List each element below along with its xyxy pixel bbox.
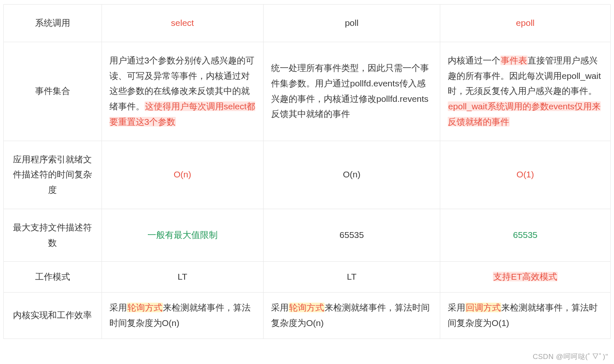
table-header-row: 系统调用 select poll epoll	[4, 5, 611, 42]
cell-epoll: 支持ET高效模式	[440, 262, 611, 293]
text: 内核通过一个	[448, 56, 500, 65]
table-wrapper: 系统调用 select poll epoll 事件集合 用户通过3个参数分别传入…	[0, 0, 614, 339]
highlight: epoll_wait系统调用的参数events仅用来反馈就绪的事件	[448, 101, 601, 126]
text: 采用	[271, 303, 289, 312]
cell-epoll: 65535	[440, 209, 611, 262]
cell-select: O(n)	[101, 141, 263, 209]
cell-select: 一般有最大值限制	[101, 209, 263, 262]
cell-epoll: 内核通过一个事件表直接管理用户感兴趣的所有事件。因此每次调用epoll_wait…	[440, 42, 611, 141]
highlight: 轮询方式	[127, 303, 163, 312]
cell-epoll: O(1)	[440, 141, 611, 209]
cell-poll: 统一处理所有事件类型，因此只需一个事件集参数。用户通过pollfd.events…	[263, 42, 440, 141]
row-label: 内核实现和工作效率	[4, 293, 102, 339]
row-label: 最大支持文件描述符数	[4, 209, 102, 262]
highlight: 事件表	[500, 56, 528, 65]
header-poll: poll	[263, 5, 440, 42]
cell-select: LT	[101, 262, 263, 293]
highlight: 轮询方式	[289, 303, 325, 312]
highlight: 回调方式	[465, 303, 501, 312]
cell-select: 用户通过3个参数分别传入感兴趣的可读、可写及异常等事件，内核通过对这些参数的在线…	[101, 42, 263, 141]
row-label: 应用程序索引就绪文件描述符的时间复杂度	[4, 141, 102, 209]
text: 采用	[109, 303, 127, 312]
row-kernel: 内核实现和工作效率 采用轮询方式来检测就绪事件，算法时间复杂度为O(n) 采用轮…	[4, 293, 611, 339]
header-select: select	[101, 5, 263, 42]
cell-poll: 65535	[263, 209, 440, 262]
cell-epoll: 采用回调方式来检测就绪事件，算法时间复杂度为O(1)	[440, 293, 611, 339]
cell-select: 采用轮询方式来检测就绪事件，算法时间复杂度为O(n)	[101, 293, 263, 339]
row-event-set: 事件集合 用户通过3个参数分别传入感兴趣的可读、可写及异常等事件，内核通过对这些…	[4, 42, 611, 141]
highlight: 支持ET高效模式	[493, 272, 558, 281]
comparison-table: 系统调用 select poll epoll 事件集合 用户通过3个参数分别传入…	[3, 4, 611, 339]
row-mode: 工作模式 LT LT 支持ET高效模式	[4, 262, 611, 293]
row-complexity: 应用程序索引就绪文件描述符的时间复杂度 O(n) O(n) O(1)	[4, 141, 611, 209]
row-maxfd: 最大支持文件描述符数 一般有最大值限制 65535 65535	[4, 209, 611, 262]
cell-poll: O(n)	[263, 141, 440, 209]
row-label: 事件集合	[4, 42, 102, 141]
watermark: CSDN @呵呵哒(ﾟ▽ﾟ)"	[533, 352, 608, 361]
row-label: 工作模式	[4, 262, 102, 293]
header-syscall: 系统调用	[4, 5, 102, 42]
cell-poll: 采用轮询方式来检测就绪事件，算法时间复杂度为O(n)	[263, 293, 440, 339]
header-epoll: epoll	[440, 5, 611, 42]
cell-poll: LT	[263, 262, 440, 293]
text: 采用	[448, 303, 465, 312]
